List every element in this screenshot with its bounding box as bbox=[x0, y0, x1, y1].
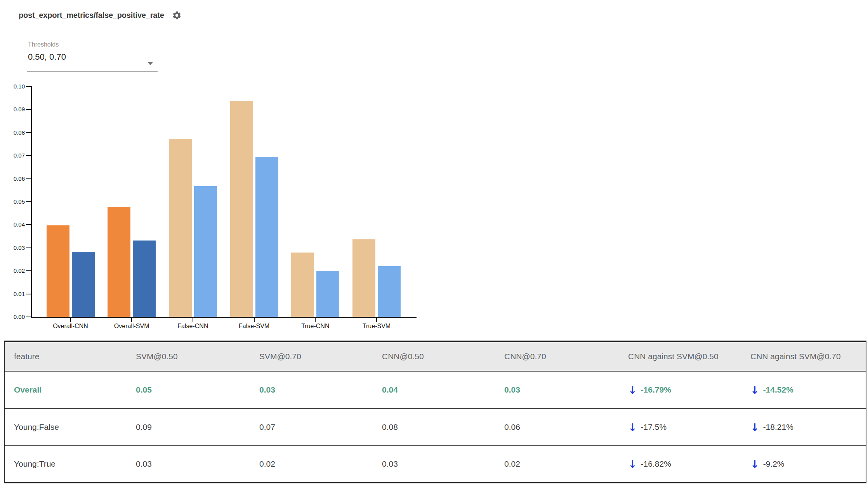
value-cell: 0.09 bbox=[136, 409, 259, 445]
x-axis-tick bbox=[315, 318, 316, 322]
bar-Overall-SVM-threshold-0.70[interactable] bbox=[133, 241, 156, 317]
false-positive-rate-bar-chart: 0.000.010.020.030.040.050.060.070.080.09… bbox=[0, 0, 427, 341]
metric-panel: post_export_metrics/false_positive_rate … bbox=[0, 0, 868, 488]
x-tick-label: False-CNN bbox=[164, 323, 222, 330]
metrics-table: featureSVM@0.50SVM@0.70CNN@0.50CNN@0.70C… bbox=[4, 341, 866, 483]
arrow-down-icon: ↓ bbox=[628, 385, 637, 395]
value-cell: 0.03 bbox=[382, 446, 504, 482]
delta-value: -16.82% bbox=[641, 459, 671, 469]
y-axis-tick bbox=[26, 247, 31, 248]
arrow-down-icon: ↓ bbox=[750, 385, 759, 395]
x-axis-tick bbox=[254, 318, 255, 322]
bar-False-SVM-threshold-0.50[interactable] bbox=[230, 101, 253, 317]
x-tick-label: False-SVM bbox=[225, 323, 283, 330]
y-tick-label: 0.07 bbox=[4, 151, 25, 160]
y-tick-label: 0.04 bbox=[4, 220, 25, 229]
value-cell: 0.03 bbox=[136, 446, 259, 482]
y-tick-label: 0.09 bbox=[4, 105, 25, 114]
x-tick-label: True-SVM bbox=[347, 323, 406, 330]
table-row-young-false: Young:False0.090.070.080.06↓-17.5%↓-18.2… bbox=[5, 408, 866, 445]
y-axis-tick bbox=[26, 224, 31, 225]
bar-False-CNN-threshold-0.50[interactable] bbox=[169, 139, 192, 317]
value-cell: 0.02 bbox=[259, 446, 382, 482]
x-axis-tick bbox=[376, 318, 377, 322]
bar-False-SVM-threshold-0.70[interactable] bbox=[255, 157, 278, 317]
value-cell: 0.08 bbox=[382, 409, 504, 445]
table-header-cell: CNN against SVM@0.50 bbox=[628, 342, 750, 371]
table-header-cell: SVM@0.70 bbox=[259, 342, 382, 371]
y-axis-tick bbox=[26, 294, 31, 294]
y-tick-label: 0.01 bbox=[4, 290, 25, 298]
delta-value: -16.79% bbox=[641, 385, 671, 395]
table-header-cell: CNN@0.50 bbox=[382, 342, 504, 371]
value-cell: 0.06 bbox=[504, 409, 628, 445]
y-axis-tick bbox=[26, 201, 31, 202]
bar-False-CNN-threshold-0.70[interactable] bbox=[194, 186, 217, 317]
delta-cell: ↓-14.52% bbox=[750, 372, 866, 408]
y-axis-tick bbox=[26, 109, 31, 110]
delta-value: -17.5% bbox=[641, 422, 667, 432]
value-cell: 0.05 bbox=[136, 372, 259, 408]
bar-True-CNN-threshold-0.70[interactable] bbox=[316, 271, 339, 317]
x-axis-tick bbox=[193, 318, 193, 322]
x-tick-label: Overall-SVM bbox=[102, 323, 161, 330]
bar-True-SVM-threshold-0.50[interactable] bbox=[352, 239, 375, 317]
value-cell: 0.02 bbox=[504, 446, 628, 482]
feature-cell: Young:False bbox=[5, 409, 136, 445]
y-tick-label: 0.05 bbox=[4, 197, 25, 206]
delta-cell: ↓-17.5% bbox=[628, 409, 750, 445]
delta-value: -18.21% bbox=[763, 422, 793, 432]
y-tick-label: 0.02 bbox=[4, 266, 25, 275]
bar-Overall-CNN-threshold-0.70[interactable] bbox=[72, 252, 95, 317]
table-row-young-true: Young:True0.030.020.030.02↓-16.82%↓-9.2% bbox=[5, 445, 866, 482]
delta-value: -14.52% bbox=[763, 385, 793, 395]
y-axis-tick bbox=[26, 270, 31, 271]
value-cell: 0.03 bbox=[259, 372, 382, 408]
delta-cell: ↓-16.82% bbox=[628, 446, 750, 482]
y-axis-tick bbox=[26, 155, 31, 156]
y-tick-label: 0.10 bbox=[4, 82, 25, 91]
feature-cell: Young:True bbox=[5, 446, 136, 482]
y-axis-tick bbox=[26, 132, 31, 133]
y-axis bbox=[31, 86, 32, 318]
delta-cell: ↓-18.21% bbox=[750, 409, 866, 445]
bar-Overall-SVM-threshold-0.50[interactable] bbox=[108, 207, 130, 317]
value-cell: 0.07 bbox=[259, 409, 382, 445]
arrow-down-icon: ↓ bbox=[750, 422, 759, 433]
arrow-down-icon: ↓ bbox=[628, 459, 637, 469]
y-axis-tick bbox=[26, 178, 31, 179]
bar-Overall-CNN-threshold-0.50[interactable] bbox=[47, 225, 69, 317]
table-header-row: featureSVM@0.50SVM@0.70CNN@0.50CNN@0.70C… bbox=[5, 342, 866, 372]
bar-True-SVM-threshold-0.70[interactable] bbox=[378, 266, 401, 317]
x-tick-label: True-CNN bbox=[286, 323, 344, 330]
x-tick-label: Overall-CNN bbox=[42, 323, 100, 330]
x-axis-tick bbox=[70, 318, 71, 322]
delta-cell: ↓-9.2% bbox=[750, 446, 866, 482]
y-axis-tick bbox=[26, 86, 31, 87]
table-row-overall: Overall0.050.030.040.03↓-16.79%↓-14.52% bbox=[5, 372, 866, 408]
y-tick-label: 0.00 bbox=[4, 313, 25, 321]
table-header-cell: SVM@0.50 bbox=[136, 342, 259, 371]
y-tick-label: 0.06 bbox=[4, 175, 25, 183]
value-cell: 0.04 bbox=[382, 372, 504, 408]
y-tick-label: 0.03 bbox=[4, 244, 25, 252]
table-header-cell: CNN against SVM@0.70 bbox=[750, 342, 866, 371]
feature-cell: Overall bbox=[5, 372, 136, 408]
arrow-down-icon: ↓ bbox=[750, 459, 759, 469]
delta-value: -9.2% bbox=[763, 459, 785, 469]
bar-True-CNN-threshold-0.50[interactable] bbox=[291, 253, 314, 317]
arrow-down-icon: ↓ bbox=[628, 422, 637, 433]
x-axis bbox=[31, 317, 417, 318]
y-axis-tick bbox=[26, 317, 31, 317]
table-header-cell: feature bbox=[5, 342, 136, 371]
delta-cell: ↓-16.79% bbox=[628, 372, 750, 408]
table-header-cell: CNN@0.70 bbox=[504, 342, 628, 371]
value-cell: 0.03 bbox=[504, 372, 628, 408]
x-axis-tick bbox=[131, 318, 132, 322]
y-tick-label: 0.08 bbox=[4, 128, 25, 137]
